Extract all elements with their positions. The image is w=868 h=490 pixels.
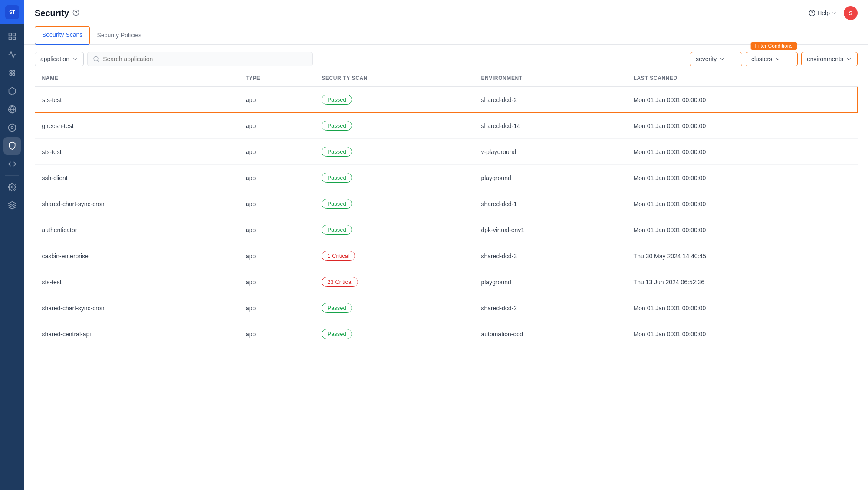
scan-badge: Passed — [322, 121, 352, 131]
sidebar-logo[interactable]: ST — [0, 0, 24, 24]
scan-badge: Passed — [322, 147, 352, 157]
svg-point-11 — [9, 124, 16, 132]
search-icon — [93, 56, 99, 62]
cell-type: app — [239, 243, 315, 269]
svg-point-5 — [13, 70, 15, 72]
cell-last-scanned: Thu 30 May 2024 14:40:45 — [627, 243, 858, 269]
table-row[interactable]: sts-testappPassedshared-dcd-2Mon 01 Jan … — [35, 87, 858, 113]
user-avatar[interactable]: S — [844, 6, 858, 20]
sidebar-item-settings2[interactable] — [3, 178, 21, 196]
cell-last-scanned: Thu 13 Jun 2024 06:52:36 — [627, 269, 858, 295]
table-row[interactable]: authenticatorappPasseddpk-virtual-env1Mo… — [35, 217, 858, 243]
tab-security-policies[interactable]: Security Policies — [90, 26, 148, 45]
cell-environment: v-playground — [474, 139, 626, 165]
page-title: Security — [35, 8, 69, 18]
sidebar: ST — [0, 0, 24, 490]
cell-type: app — [239, 295, 315, 321]
cell-name: casbin-enterprise — [35, 243, 239, 269]
environments-dropdown[interactable]: environments — [801, 52, 858, 66]
sidebar-item-apps[interactable] — [3, 64, 21, 82]
cell-security-scan: 1 Critical — [315, 243, 474, 269]
col-environment: ENVIRONMENT — [474, 70, 626, 87]
svg-point-10 — [11, 127, 13, 129]
cell-last-scanned: Mon 01 Jan 0001 00:00:00 — [627, 87, 858, 113]
svg-rect-3 — [13, 37, 16, 40]
table-container: NAME TYPE SECURITY SCAN ENVIRONMENT LAST… — [24, 70, 868, 490]
cell-environment: playground — [474, 269, 626, 295]
cell-security-scan: Passed — [315, 321, 474, 347]
cell-security-scan: Passed — [315, 165, 474, 191]
cell-security-scan: 23 Critical — [315, 269, 474, 295]
sidebar-divider — [5, 175, 19, 176]
cell-type: app — [239, 269, 315, 295]
type-filter-dropdown[interactable]: application — [35, 52, 84, 66]
table-row[interactable]: gireesh-testappPassedshared-dcd-14Mon 01… — [35, 113, 858, 139]
sidebar-item-dashboard[interactable] — [3, 28, 21, 45]
sidebar-item-gear[interactable] — [3, 119, 21, 136]
cell-last-scanned: Mon 01 Jan 0001 00:00:00 — [627, 165, 858, 191]
cell-environment: shared-dcd-2 — [474, 295, 626, 321]
scan-badge: Passed — [322, 173, 352, 183]
svg-rect-1 — [13, 33, 16, 36]
search-input[interactable] — [103, 56, 307, 62]
svg-point-4 — [10, 70, 12, 72]
svg-line-19 — [98, 60, 99, 62]
cell-security-scan: Passed — [315, 295, 474, 321]
cell-name: sts-test — [35, 139, 239, 165]
table-row[interactable]: sts-testappPassedv-playgroundMon 01 Jan … — [35, 139, 858, 165]
cell-environment: playground — [474, 165, 626, 191]
cell-security-scan: Passed — [315, 87, 474, 113]
scan-badge: Passed — [322, 225, 352, 235]
cell-name: gireesh-test — [35, 113, 239, 139]
scan-badge: 23 Critical — [322, 277, 358, 287]
severity-dropdown[interactable]: severity — [690, 52, 742, 66]
sidebar-item-globe[interactable] — [3, 101, 21, 118]
sidebar-item-analytics[interactable] — [3, 46, 21, 63]
toolbar: application Filter Conditions severity c… — [24, 45, 868, 70]
cell-security-scan: Passed — [315, 217, 474, 243]
table-row[interactable]: ssh-clientappPassedplaygroundMon 01 Jan … — [35, 165, 858, 191]
sidebar-item-layers[interactable] — [3, 197, 21, 214]
svg-point-6 — [10, 73, 12, 76]
clusters-dropdown[interactable]: clusters — [746, 52, 798, 66]
cell-environment: shared-dcd-2 — [474, 87, 626, 113]
table-row[interactable]: sts-testapp23 CriticalplaygroundThu 13 J… — [35, 269, 858, 295]
table-row[interactable]: shared-chart-sync-cronappPassedshared-dc… — [35, 191, 858, 217]
table-header-row: NAME TYPE SECURITY SCAN ENVIRONMENT LAST… — [35, 70, 858, 87]
cell-type: app — [239, 321, 315, 347]
sidebar-nav — [0, 24, 24, 217]
svg-rect-2 — [9, 37, 12, 40]
tabs-bar: Security Scans Security Policies — [24, 26, 868, 45]
sidebar-item-code[interactable] — [3, 155, 21, 173]
sidebar-item-packages[interactable] — [3, 82, 21, 100]
cell-type: app — [239, 87, 315, 113]
cell-last-scanned: Mon 01 Jan 0001 00:00:00 — [627, 295, 858, 321]
cell-name: sts-test — [35, 269, 239, 295]
sidebar-item-security[interactable] — [3, 137, 21, 155]
cell-last-scanned: Mon 01 Jan 0001 00:00:00 — [627, 139, 858, 165]
scan-badge: Passed — [322, 329, 352, 339]
scan-badge: Passed — [322, 303, 352, 313]
tab-security-scans[interactable]: Security Scans — [35, 26, 90, 45]
cell-security-scan: Passed — [315, 139, 474, 165]
toolbar-right: Filter Conditions severity clusters envi… — [690, 52, 858, 66]
help-icon[interactable] — [72, 9, 79, 17]
scan-badge: 1 Critical — [322, 251, 355, 261]
toolbar-left: application — [35, 52, 313, 66]
search-box — [87, 52, 313, 66]
header-right: Help S — [809, 6, 858, 20]
cell-type: app — [239, 139, 315, 165]
cell-last-scanned: Mon 01 Jan 0001 00:00:00 — [627, 113, 858, 139]
help-label: Help — [817, 10, 830, 16]
table-row[interactable]: shared-central-apiappPassedautomation-dc… — [35, 321, 858, 347]
help-button[interactable]: Help — [809, 10, 837, 16]
cell-last-scanned: Mon 01 Jan 0001 00:00:00 — [627, 321, 858, 347]
table-row[interactable]: casbin-enterpriseapp1 Criticalshared-dcd… — [35, 243, 858, 269]
cell-name: ssh-client — [35, 165, 239, 191]
cell-environment: shared-dcd-3 — [474, 243, 626, 269]
table-row[interactable]: shared-chart-sync-cronappPassedshared-dc… — [35, 295, 858, 321]
cell-name: shared-central-api — [35, 321, 239, 347]
cell-last-scanned: Mon 01 Jan 0001 00:00:00 — [627, 217, 858, 243]
cell-type: app — [239, 191, 315, 217]
cell-environment: dpk-virtual-env1 — [474, 217, 626, 243]
